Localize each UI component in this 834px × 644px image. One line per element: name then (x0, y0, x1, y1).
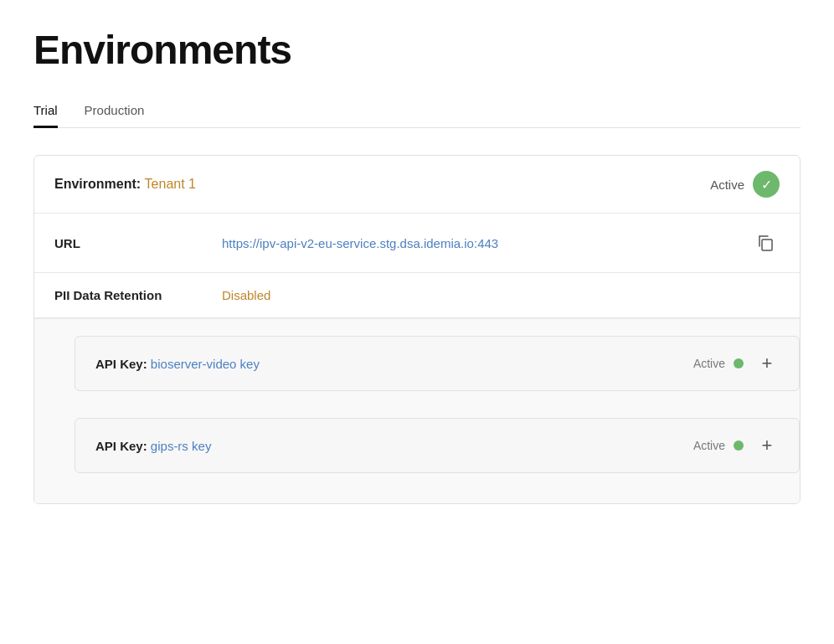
api-key-expand-button-0[interactable]: + (755, 352, 779, 375)
pii-label: PII Data Retention (54, 288, 222, 302)
environment-label: Environment: (54, 177, 141, 191)
url-row: URL https://ipv-api-v2-eu-service.stg.ds… (34, 214, 800, 273)
tab-trial[interactable]: Trial (33, 96, 58, 128)
api-key-expand-button-1[interactable]: + (755, 434, 779, 457)
api-key-status-text-1: Active (693, 439, 725, 452)
api-key-status-text-0: Active (693, 357, 725, 370)
pii-value[interactable]: Disabled (222, 288, 270, 302)
api-key-status-1: Active + (693, 434, 779, 457)
api-key-label-0: API Key: bioserver-video key (95, 357, 260, 371)
page-title: Environments (33, 27, 801, 73)
api-key-card-0: API Key: bioserver-video key Active + (75, 336, 800, 391)
api-key-label-1: API Key: gips-rs key (95, 439, 211, 453)
environment-status-check-icon: ✓ (753, 171, 780, 198)
url-value[interactable]: https://ipv-api-v2-eu-service.stg.dsa.id… (222, 236, 751, 250)
tenant-name: Tenant 1 (145, 177, 196, 191)
api-keys-section: API Key: bioserver-video key Active + AP… (34, 318, 800, 503)
api-key-name-1: gips-rs key (151, 439, 212, 453)
tabs-container: Trial Production (33, 96, 801, 128)
tab-production[interactable]: Production (85, 96, 145, 128)
svg-rect-0 (762, 240, 772, 250)
api-key-status-dot-1 (734, 440, 744, 451)
copy-icon[interactable] (751, 229, 780, 257)
copy-button[interactable] (751, 229, 780, 257)
environment-status-area: Active ✓ (710, 171, 780, 198)
api-key-card-1: API Key: gips-rs key Active + (75, 418, 800, 473)
environment-header: Environment: Tenant 1 Active ✓ (34, 156, 800, 214)
environment-card: Environment: Tenant 1 Active ✓ URL https… (33, 155, 801, 504)
pii-row: PII Data Retention Disabled (34, 273, 800, 318)
environment-status-label: Active (710, 178, 744, 192)
url-label: URL (54, 236, 222, 250)
api-key-name-0: bioserver-video key (151, 357, 260, 371)
environment-title: Environment: Tenant 1 (54, 177, 196, 192)
api-key-status-dot-0 (734, 358, 744, 368)
api-key-status-0: Active + (693, 352, 779, 375)
